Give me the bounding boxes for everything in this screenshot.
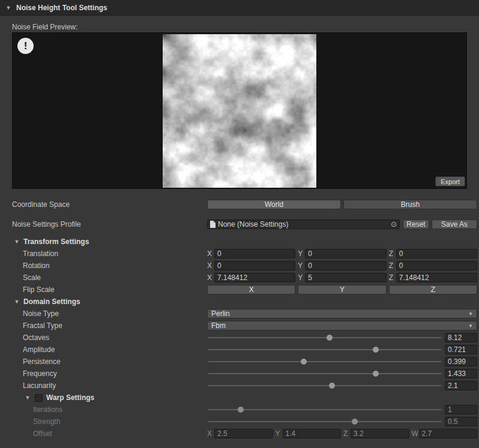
octaves-slider[interactable] [208,333,441,342]
info-icon: ! [17,38,34,54]
scale-y-field[interactable] [305,273,386,282]
foldout-open-icon[interactable]: ▼ [13,239,20,245]
slider-track [208,337,441,338]
profile-object-field[interactable]: None (Noise Settings) ⊙ [207,220,400,229]
tool-settings-header[interactable]: ▼ Noise Height Tool Settings [0,0,479,16]
iterations-label: Iterations [12,405,207,414]
offset-w-field [419,429,478,438]
iterations-value-field [445,405,477,414]
x-axis-label: X [207,429,214,438]
offset-z-field [351,429,409,438]
brush-button[interactable]: Brush [343,200,477,209]
world-button[interactable]: World [207,200,341,209]
persistence-slider[interactable] [208,357,441,366]
rotation-label: Rotation [12,261,207,270]
rotation-x-field[interactable] [214,261,295,270]
iterations-row: Iterations [12,404,477,416]
warp-settings-header[interactable]: ▼ Warp Settings [12,392,477,404]
flip-scale-label: Flip Scale [12,285,207,294]
strength-value-field [445,417,477,426]
strength-slider [208,417,441,426]
export-button[interactable]: Export [435,176,465,187]
noise-type-label: Noise Type [12,309,207,318]
strength-label: Strength [12,417,207,426]
noise-texture-preview [163,34,316,188]
fractal-type-row: Fractal Type Fbm ▼ [12,320,477,332]
noise-tool-panel: ▼ Noise Height Tool Settings Noise Field… [0,0,479,448]
fractal-type-label: Fractal Type [12,321,207,330]
domain-settings-header[interactable]: ▼ Domain Settings [12,296,477,308]
noise-settings-profile-row: Noise Settings Profile None (Noise Setti… [12,218,477,230]
flip-y-button[interactable]: Y [298,285,386,294]
translation-x-field[interactable] [214,249,295,258]
noise-type-dropdown[interactable]: Perlin ▼ [207,309,477,318]
foldout-open-icon[interactable]: ▼ [24,395,31,401]
amplitude-row: Amplitude [12,344,477,356]
translation-row: Translation X Y Z [12,248,477,260]
x-axis-label: X [207,261,214,270]
offset-x-field [214,429,273,438]
translation-label: Translation [12,249,207,258]
rotation-row: Rotation X Y Z [12,260,477,272]
object-picker-icon[interactable]: ⊙ [390,220,398,228]
foldout-open-icon[interactable]: ▼ [5,5,12,11]
w-axis-label: W [412,429,419,438]
octaves-row: Octaves [12,332,477,344]
flip-z-button[interactable]: Z [389,285,477,294]
slider-track [208,361,441,362]
octaves-label: Octaves [12,333,207,342]
offset-row: Offset X Y Z W [12,428,477,440]
slider-track [208,385,441,386]
chevron-down-icon: ▼ [468,311,473,317]
translation-y-field[interactable] [305,249,386,258]
chevron-down-icon: ▼ [468,323,473,329]
slider-handle[interactable] [301,359,307,365]
slider-handle [238,407,244,413]
flip-x-button[interactable]: X [207,285,295,294]
frequency-value-field[interactable] [445,369,477,378]
y-axis-label: Y [298,261,305,270]
frequency-slider[interactable] [208,369,441,378]
frequency-label: Frequency [12,369,207,378]
rotation-y-field[interactable] [305,261,386,270]
noise-type-row: Noise Type Perlin ▼ [12,308,477,320]
transform-settings-header[interactable]: ▼ Transform Settings [12,236,477,248]
z-axis-label: Z [389,273,396,282]
iterations-slider [208,405,441,414]
coordinate-space-row: Coordinate Space World Brush [12,199,477,211]
lacunarity-label: Lacunarity [12,381,207,390]
y-axis-label: Y [298,249,305,258]
lacunarity-value-field[interactable] [445,381,477,390]
fractal-type-value: Fbm [211,321,468,330]
scale-z-field[interactable] [396,273,477,282]
y-axis-label: Y [276,429,283,438]
slider-handle[interactable] [373,347,379,353]
slider-handle[interactable] [327,335,333,341]
amplitude-value-field[interactable] [445,345,477,354]
lacunarity-slider[interactable] [208,381,441,390]
rotation-z-field[interactable] [396,261,477,270]
reset-button[interactable]: Reset [403,220,429,229]
persistence-row: Persistence [12,356,477,368]
slider-track [208,421,441,422]
slider-handle[interactable] [373,371,379,377]
save-as-button[interactable]: Save As [432,220,477,229]
warp-enabled-checkbox[interactable] [35,394,43,402]
scale-x-field[interactable] [214,273,295,282]
frequency-row: Frequency [12,368,477,380]
scale-label: Scale [12,273,207,282]
noise-type-value: Perlin [211,309,468,318]
foldout-open-icon[interactable]: ▼ [13,299,20,305]
z-axis-label: Z [389,249,396,258]
amplitude-slider[interactable] [208,345,441,354]
translation-z-field[interactable] [396,249,477,258]
slider-handle [352,419,358,425]
strength-row: Strength [12,416,477,428]
fractal-type-dropdown[interactable]: Fbm ▼ [207,321,477,330]
page-title: Noise Height Tool Settings [16,4,107,12]
octaves-value-field[interactable] [445,333,477,342]
slider-handle[interactable] [329,383,335,389]
domain-settings-title: Domain Settings [23,297,80,306]
persistence-value-field[interactable] [445,357,477,366]
z-axis-label: Z [389,261,396,270]
